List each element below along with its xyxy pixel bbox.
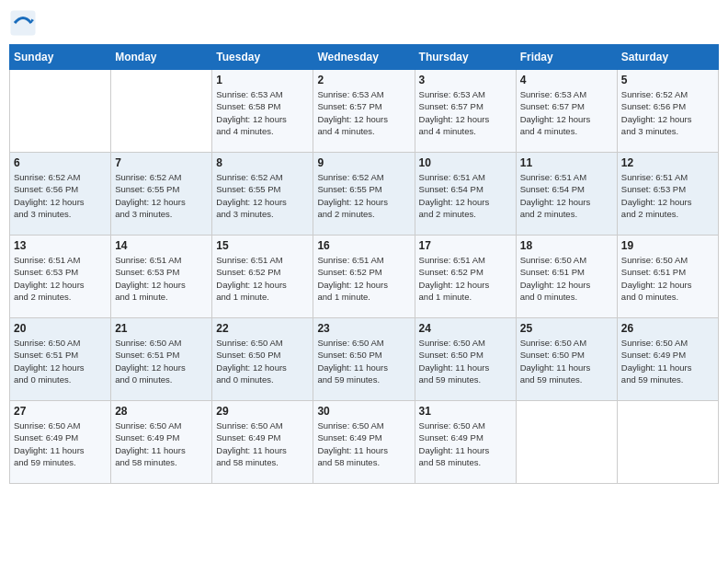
day-number: 17 — [419, 239, 512, 252]
calendar-week-3: 13Sunrise: 6:51 AM Sunset: 6:53 PM Dayli… — [10, 236, 719, 318]
day-detail: Sunrise: 6:53 AM Sunset: 6:57 PM Dayligh… — [520, 88, 613, 137]
header-tuesday: Tuesday — [212, 45, 313, 70]
logo — [9, 9, 40, 37]
day-detail: Sunrise: 6:51 AM Sunset: 6:54 PM Dayligh… — [419, 171, 512, 220]
day-detail: Sunrise: 6:53 AM Sunset: 6:57 PM Dayligh… — [317, 88, 410, 137]
calendar-cell: 18Sunrise: 6:50 AM Sunset: 6:51 PM Dayli… — [516, 236, 617, 318]
header-friday: Friday — [516, 45, 617, 70]
day-detail: Sunrise: 6:51 AM Sunset: 6:52 PM Dayligh… — [317, 254, 410, 303]
calendar-cell: 8Sunrise: 6:52 AM Sunset: 6:55 PM Daylig… — [212, 153, 313, 236]
day-detail: Sunrise: 6:52 AM Sunset: 6:55 PM Dayligh… — [317, 171, 410, 220]
calendar-cell: 31Sunrise: 6:50 AM Sunset: 6:49 PM Dayli… — [415, 401, 516, 484]
calendar-cell: 30Sunrise: 6:50 AM Sunset: 6:49 PM Dayli… — [313, 401, 415, 484]
calendar-week-5: 27Sunrise: 6:50 AM Sunset: 6:49 PM Dayli… — [10, 401, 719, 484]
calendar-cell: 11Sunrise: 6:51 AM Sunset: 6:54 PM Dayli… — [516, 153, 617, 236]
day-number: 3 — [419, 74, 512, 86]
day-detail: Sunrise: 6:50 AM Sunset: 6:50 PM Dayligh… — [317, 337, 410, 385]
day-detail: Sunrise: 6:50 AM Sunset: 6:49 PM Dayligh… — [621, 337, 714, 385]
header-saturday: Saturday — [617, 45, 718, 70]
day-detail: Sunrise: 6:51 AM Sunset: 6:53 PM Dayligh… — [14, 254, 107, 303]
day-number: 10 — [419, 156, 512, 169]
day-detail: Sunrise: 6:50 AM Sunset: 6:51 PM Dayligh… — [115, 337, 208, 385]
calendar-cell: 3Sunrise: 6:53 AM Sunset: 6:57 PM Daylig… — [415, 70, 516, 153]
day-detail: Sunrise: 6:50 AM Sunset: 6:50 PM Dayligh… — [419, 337, 512, 385]
day-number: 26 — [621, 322, 714, 335]
header-monday: Monday — [111, 45, 212, 70]
day-detail: Sunrise: 6:51 AM Sunset: 6:52 PM Dayligh… — [216, 254, 309, 303]
day-detail: Sunrise: 6:51 AM Sunset: 6:54 PM Dayligh… — [520, 171, 613, 220]
calendar-cell: 12Sunrise: 6:51 AM Sunset: 6:53 PM Dayli… — [617, 153, 718, 236]
calendar-header-row: SundayMondayTuesdayWednesdayThursdayFrid… — [10, 45, 719, 70]
day-number: 13 — [14, 239, 107, 252]
calendar-cell: 13Sunrise: 6:51 AM Sunset: 6:53 PM Dayli… — [10, 236, 111, 318]
day-number: 24 — [419, 322, 512, 335]
day-detail: Sunrise: 6:50 AM Sunset: 6:51 PM Dayligh… — [520, 254, 613, 303]
calendar-cell: 5Sunrise: 6:52 AM Sunset: 6:56 PM Daylig… — [617, 70, 718, 153]
day-detail: Sunrise: 6:50 AM Sunset: 6:49 PM Dayligh… — [216, 419, 309, 468]
day-detail: Sunrise: 6:52 AM Sunset: 6:56 PM Dayligh… — [14, 171, 107, 220]
calendar-cell: 25Sunrise: 6:50 AM Sunset: 6:50 PM Dayli… — [516, 318, 617, 401]
calendar-cell: 9Sunrise: 6:52 AM Sunset: 6:55 PM Daylig… — [313, 153, 415, 236]
header-wednesday: Wednesday — [313, 45, 415, 70]
day-detail: Sunrise: 6:50 AM Sunset: 6:51 PM Dayligh… — [14, 337, 107, 385]
header-sunday: Sunday — [10, 45, 111, 70]
calendar-cell: 10Sunrise: 6:51 AM Sunset: 6:54 PM Dayli… — [415, 153, 516, 236]
calendar-cell: 2Sunrise: 6:53 AM Sunset: 6:57 PM Daylig… — [313, 70, 415, 153]
day-detail: Sunrise: 6:52 AM Sunset: 6:56 PM Dayligh… — [621, 88, 714, 137]
day-number: 21 — [115, 322, 208, 335]
day-number: 14 — [115, 239, 208, 252]
day-number: 31 — [419, 405, 512, 418]
calendar-cell: 28Sunrise: 6:50 AM Sunset: 6:49 PM Dayli… — [111, 401, 212, 484]
logo-icon — [9, 9, 37, 37]
day-number: 1 — [216, 74, 309, 86]
calendar-cell: 22Sunrise: 6:50 AM Sunset: 6:50 PM Dayli… — [212, 318, 313, 401]
day-number: 12 — [621, 156, 714, 169]
calendar-week-1: 1Sunrise: 6:53 AM Sunset: 6:58 PM Daylig… — [10, 70, 719, 153]
day-number: 22 — [216, 322, 309, 335]
day-number: 20 — [14, 322, 107, 335]
day-number: 25 — [520, 322, 613, 335]
day-detail: Sunrise: 6:50 AM Sunset: 6:50 PM Dayligh… — [520, 337, 613, 385]
calendar-cell: 4Sunrise: 6:53 AM Sunset: 6:57 PM Daylig… — [516, 70, 617, 153]
day-detail: Sunrise: 6:50 AM Sunset: 6:49 PM Dayligh… — [419, 419, 512, 468]
day-number: 30 — [317, 405, 410, 418]
day-detail: Sunrise: 6:53 AM Sunset: 6:57 PM Dayligh… — [419, 88, 512, 137]
day-detail: Sunrise: 6:51 AM Sunset: 6:52 PM Dayligh… — [419, 254, 512, 303]
day-number: 23 — [317, 322, 410, 335]
day-number: 9 — [317, 156, 410, 169]
calendar-cell — [516, 401, 617, 484]
day-detail: Sunrise: 6:52 AM Sunset: 6:55 PM Dayligh… — [216, 171, 309, 220]
day-number: 6 — [14, 156, 107, 169]
day-number: 18 — [520, 239, 613, 252]
calendar-cell: 14Sunrise: 6:51 AM Sunset: 6:53 PM Dayli… — [111, 236, 212, 318]
day-number: 5 — [621, 74, 714, 86]
day-detail: Sunrise: 6:50 AM Sunset: 6:49 PM Dayligh… — [14, 419, 107, 468]
day-number: 7 — [115, 156, 208, 169]
calendar-cell: 16Sunrise: 6:51 AM Sunset: 6:52 PM Dayli… — [313, 236, 415, 318]
day-number: 15 — [216, 239, 309, 252]
day-number: 19 — [621, 239, 714, 252]
calendar-cell: 27Sunrise: 6:50 AM Sunset: 6:49 PM Dayli… — [10, 401, 111, 484]
day-number: 16 — [317, 239, 410, 252]
calendar-cell — [111, 70, 212, 153]
calendar-table: SundayMondayTuesdayWednesdayThursdayFrid… — [9, 44, 719, 484]
page-header — [9, 9, 719, 37]
day-number: 11 — [520, 156, 613, 169]
calendar-cell: 23Sunrise: 6:50 AM Sunset: 6:50 PM Dayli… — [313, 318, 415, 401]
calendar-cell: 15Sunrise: 6:51 AM Sunset: 6:52 PM Dayli… — [212, 236, 313, 318]
day-detail: Sunrise: 6:51 AM Sunset: 6:53 PM Dayligh… — [115, 254, 208, 303]
calendar-cell: 21Sunrise: 6:50 AM Sunset: 6:51 PM Dayli… — [111, 318, 212, 401]
calendar-cell: 6Sunrise: 6:52 AM Sunset: 6:56 PM Daylig… — [10, 153, 111, 236]
day-number: 2 — [317, 74, 410, 86]
day-detail: Sunrise: 6:51 AM Sunset: 6:53 PM Dayligh… — [621, 171, 714, 220]
calendar-cell: 26Sunrise: 6:50 AM Sunset: 6:49 PM Dayli… — [617, 318, 718, 401]
calendar-cell — [617, 401, 718, 484]
calendar-cell — [10, 70, 111, 153]
day-number: 28 — [115, 405, 208, 418]
day-detail: Sunrise: 6:50 AM Sunset: 6:49 PM Dayligh… — [317, 419, 410, 468]
calendar-cell: 19Sunrise: 6:50 AM Sunset: 6:51 PM Dayli… — [617, 236, 718, 318]
calendar-cell: 7Sunrise: 6:52 AM Sunset: 6:55 PM Daylig… — [111, 153, 212, 236]
header-thursday: Thursday — [415, 45, 516, 70]
calendar-week-4: 20Sunrise: 6:50 AM Sunset: 6:51 PM Dayli… — [10, 318, 719, 401]
day-number: 4 — [520, 74, 613, 86]
